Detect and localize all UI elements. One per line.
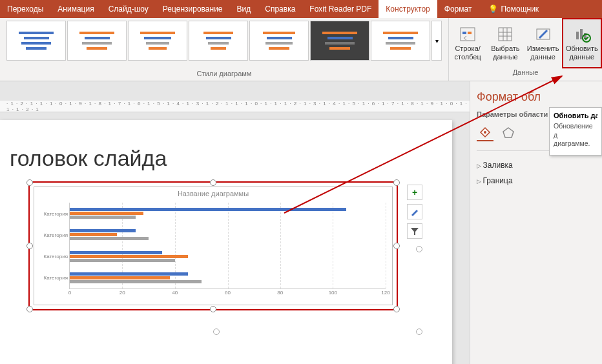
chart-styles-button[interactable] <box>407 204 422 219</box>
refresh-icon <box>573 25 591 43</box>
resize-handle[interactable] <box>416 329 422 335</box>
svg-rect-2 <box>468 32 472 34</box>
format-pane-title: Формат обл <box>477 90 596 104</box>
chart-plot: 0 20 40 60 80 100 120 Категория Категори… <box>69 203 386 289</box>
y-label: Категория <box>44 254 70 259</box>
chart-style-thumb[interactable] <box>189 21 248 61</box>
y-label: Категория <box>44 210 70 216</box>
refresh-tooltip: Обновить да Обновление д диаграмме. <box>549 107 602 156</box>
more-styles-button[interactable]: ▾ <box>431 21 442 61</box>
tab-format[interactable]: Формат <box>437 0 479 18</box>
chart-title[interactable]: Название диаграммы <box>34 190 392 197</box>
svg-point-13 <box>484 131 486 134</box>
tab-animation[interactable]: Анимация <box>50 0 101 18</box>
chart-object[interactable]: Название диаграммы 0 20 40 60 80 100 120 <box>34 187 393 305</box>
data-group: Строка/ столбец Выбрать данные Изменить … <box>448 18 602 81</box>
resize-handle[interactable] <box>210 179 216 186</box>
border-section[interactable]: Граница <box>477 173 596 188</box>
grid-icon <box>496 25 514 43</box>
brush-icon <box>410 207 419 216</box>
chart-styles-group: ▾ Стили диаграмм <box>0 18 448 81</box>
chart-elements-button[interactable]: + <box>407 185 422 200</box>
resize-handle[interactable] <box>393 306 400 312</box>
resize-handle[interactable] <box>26 306 33 312</box>
chart-floating-tools: + <box>407 185 422 239</box>
x-tick: 80 <box>277 288 283 296</box>
chart-styles-label: Стили диаграмм <box>6 70 442 77</box>
chart-style-thumb[interactable] <box>371 21 430 61</box>
y-label: Категория <box>44 275 70 281</box>
refresh-data-button[interactable]: Обновить данные <box>562 18 602 68</box>
slide-title[interactable]: головок слайда <box>10 146 167 171</box>
x-tick: 100 <box>329 288 337 296</box>
tab-review[interactable]: Рецензирование <box>156 0 230 18</box>
paint-bucket-icon <box>479 126 492 139</box>
fill-line-tab[interactable] <box>477 125 493 141</box>
svg-rect-1 <box>462 32 466 34</box>
effects-tab[interactable] <box>500 125 517 141</box>
svg-rect-3 <box>499 28 512 41</box>
funnel-icon <box>410 227 419 236</box>
slide-area[interactable]: · 1 · 2 · 1 · 1 · 1 · 0 · 1 · 9 · 1 · 8 … <box>0 81 470 364</box>
tooltip-body: Обновление д диаграмме. <box>554 122 597 148</box>
chart-styles-row: ▾ <box>6 21 442 61</box>
swap-icon <box>459 25 477 43</box>
format-pane: Формат обл Параметры области Заливка Гра… <box>470 81 602 364</box>
refresh-label: Обновить данные <box>566 45 598 61</box>
ribbon-body: ▾ Стили диаграмм Строка/ столбец Выбрать… <box>0 18 602 81</box>
resize-handle[interactable] <box>393 243 400 249</box>
tab-help[interactable]: Справка <box>258 0 302 18</box>
chart-style-thumb[interactable] <box>249 21 309 61</box>
chart-filter-button[interactable] <box>407 223 422 239</box>
select-label: Выбрать данные <box>491 45 519 61</box>
tab-slideshow[interactable]: Слайд-шоу <box>101 0 156 18</box>
resize-handle[interactable] <box>393 179 400 186</box>
tab-foxit[interactable]: Foxit Reader PDF <box>302 0 379 18</box>
fill-section[interactable]: Заливка <box>477 157 596 173</box>
ribbon-tabs: Переходы Анимация Слайд-шоу Рецензирован… <box>0 0 602 18</box>
tab-view[interactable]: Вид <box>230 0 258 18</box>
chart-style-thumb[interactable] <box>128 21 187 61</box>
tell-me[interactable]: 💡 Помощник <box>481 0 546 18</box>
bulb-icon: 💡 <box>488 5 498 14</box>
svg-rect-9 <box>576 32 579 39</box>
resize-handle[interactable] <box>26 243 33 249</box>
x-tick: 0 <box>68 288 71 296</box>
chart-selection[interactable]: Название диаграммы 0 20 40 60 80 100 120 <box>28 181 398 310</box>
tell-me-label: Помощник <box>501 5 539 14</box>
edit-label: Изменить данные <box>527 45 559 61</box>
select-data-button[interactable]: Выбрать данные <box>486 18 524 68</box>
edit-data-button[interactable]: Изменить данные <box>524 18 562 68</box>
y-label: Категория <box>44 232 70 238</box>
workspace: · 1 · 2 · 1 · 1 · 1 · 0 · 1 · 9 · 1 · 8 … <box>0 81 602 364</box>
pencil-icon <box>534 25 552 43</box>
resize-handle[interactable] <box>416 246 422 252</box>
resize-handle[interactable] <box>210 306 216 312</box>
tab-designer[interactable]: Конструктор <box>379 0 437 18</box>
pentagon-icon <box>502 126 515 139</box>
chart-style-thumb[interactable] <box>6 21 66 61</box>
x-tick: 120 <box>381 288 389 296</box>
tooltip-title: Обновить да <box>554 112 597 119</box>
ruler-horizontal: · 1 · 2 · 1 · 1 · 1 · 0 · 1 · 9 · 1 · 8 … <box>0 101 470 112</box>
resize-handle[interactable] <box>213 329 220 335</box>
x-tick: 60 <box>225 288 231 296</box>
switch-row-col-button[interactable]: Строка/ столбец <box>449 18 486 68</box>
data-group-label: Данные <box>449 68 602 78</box>
switch-label: Строка/ столбец <box>454 45 481 61</box>
x-tick: 20 <box>119 288 125 296</box>
resize-handle[interactable] <box>26 179 33 186</box>
tab-transitions[interactable]: Переходы <box>0 0 50 18</box>
chart-style-thumb[interactable] <box>67 21 127 61</box>
chart-style-thumb[interactable] <box>310 21 369 61</box>
x-tick: 40 <box>172 288 178 296</box>
